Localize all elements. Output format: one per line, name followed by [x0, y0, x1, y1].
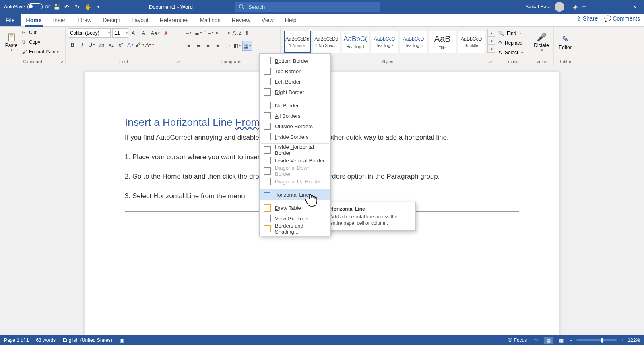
bold-icon[interactable]: B: [68, 40, 77, 49]
style-heading-3[interactable]: AaBbCcDHeading 3: [400, 31, 427, 53]
maximize-button[interactable]: ☐: [607, 0, 625, 14]
sort-icon[interactable]: A↓Z: [233, 28, 242, 37]
text-effects-icon[interactable]: A▾: [126, 40, 135, 49]
align-right-icon[interactable]: ≡: [204, 41, 213, 50]
font-size-combo[interactable]: 11▾: [112, 28, 128, 38]
borders-item-all-borders[interactable]: All Borders: [260, 111, 330, 121]
strikethrough-icon[interactable]: ab: [97, 40, 106, 49]
borders-item-inside-horizontal-border[interactable]: Inside Horizontal Border: [260, 145, 330, 155]
tab-layout[interactable]: Layout: [126, 14, 154, 26]
justify-icon[interactable]: ≡: [213, 41, 222, 50]
avatar[interactable]: [555, 2, 564, 12]
clipboard-launcher-icon[interactable]: ⤢: [60, 60, 64, 64]
comments-button[interactable]: 💬Comments: [604, 15, 640, 22]
borders-item-borders-and-shading-[interactable]: Borders and Shading...: [260, 224, 330, 234]
autosave-switch[interactable]: [27, 3, 43, 10]
search-box[interactable]: [235, 2, 380, 12]
qat-customize-icon[interactable]: ▾: [94, 2, 103, 11]
focus-mode[interactable]: ⦿Focus: [508, 337, 527, 343]
italic-icon[interactable]: I: [78, 40, 87, 49]
multilevel-icon[interactable]: ⋮≡▾: [204, 28, 213, 37]
font-name-combo[interactable]: Calibri (Body)▾: [68, 28, 111, 38]
search-input[interactable]: [248, 4, 354, 10]
redo-icon[interactable]: ↻: [73, 2, 82, 11]
increase-indent-icon[interactable]: ⇥: [223, 28, 232, 37]
tab-references[interactable]: References: [154, 14, 194, 26]
clear-formatting-icon[interactable]: A̷: [161, 29, 170, 37]
tab-view[interactable]: View: [256, 14, 279, 26]
borders-item-draw-table[interactable]: Draw Table: [260, 203, 330, 213]
tab-draw[interactable]: Draw: [72, 14, 97, 26]
print-layout-icon[interactable]: ▤: [544, 337, 553, 344]
style--normal[interactable]: AaBbCcDd¶ Normal: [284, 31, 311, 53]
zoom-slider[interactable]: [576, 339, 617, 341]
bullets-icon[interactable]: ≡▾: [184, 28, 193, 37]
tab-design[interactable]: Design: [97, 14, 126, 26]
borders-item-bottom-border[interactable]: Bottom Border: [260, 55, 330, 66]
close-button[interactable]: ✕: [625, 0, 644, 14]
format-painter-button[interactable]: 🖌Format Painter: [22, 47, 61, 56]
style-heading-1[interactable]: AaBbC(Heading 1: [342, 31, 369, 53]
align-center-icon[interactable]: ≡: [194, 41, 203, 50]
user-name[interactable]: Saikat Basu: [526, 4, 551, 10]
select-button[interactable]: ↖Select▾: [497, 48, 525, 57]
paste-button[interactable]: 📋 Paste ▾: [2, 28, 20, 56]
zoom-in-icon[interactable]: +: [621, 337, 623, 343]
dictate-button[interactable]: 🎤Dictate▾: [533, 28, 550, 56]
status-page[interactable]: Page 1 of 1: [4, 337, 29, 343]
cut-button[interactable]: ✂Cut: [22, 28, 61, 37]
borders-item-no-border[interactable]: No Border: [260, 100, 330, 111]
highlight-icon[interactable]: 🖍▾: [136, 40, 144, 49]
tab-help[interactable]: Help: [279, 14, 302, 26]
premium-icon[interactable]: ◈: [571, 2, 580, 11]
borders-item-outside-borders[interactable]: Outside Borders: [260, 121, 330, 131]
style-title[interactable]: AaBTitle: [429, 31, 456, 53]
tab-home[interactable]: Home: [21, 14, 47, 26]
styles-launcher-icon[interactable]: ⤢: [489, 60, 492, 64]
status-words[interactable]: 63 words: [36, 337, 56, 343]
style-subtitle[interactable]: AaBbCcDSubtitle: [458, 31, 485, 53]
tab-review[interactable]: Review: [226, 14, 256, 26]
subscript-icon[interactable]: x₂: [107, 40, 116, 49]
grow-font-icon[interactable]: A↑: [130, 29, 139, 37]
web-layout-icon[interactable]: ▦: [557, 337, 566, 344]
style-heading-2[interactable]: AaBbCcCHeading 2: [371, 31, 398, 53]
find-button[interactable]: 🔍Find▾: [497, 29, 525, 38]
tab-file[interactable]: File: [0, 14, 21, 26]
zoom-out-icon[interactable]: −: [570, 337, 572, 343]
collapse-ribbon-icon[interactable]: ˆ: [639, 58, 641, 64]
decrease-indent-icon[interactable]: ⇤: [213, 28, 222, 37]
tab-insert[interactable]: Insert: [47, 14, 72, 26]
borders-item-right-border[interactable]: Right Border: [260, 87, 330, 97]
save-icon[interactable]: 💾: [52, 2, 61, 11]
copy-button[interactable]: ⧉Copy: [22, 38, 61, 47]
underline-icon[interactable]: U▾: [87, 40, 96, 49]
borders-item-view-gridlines[interactable]: View Gridlines: [260, 213, 330, 224]
borders-button[interactable]: ▦▾: [242, 41, 252, 51]
show-marks-icon[interactable]: ¶: [242, 28, 251, 37]
align-left-icon[interactable]: ≡: [184, 41, 193, 50]
minimize-button[interactable]: —: [588, 0, 607, 14]
autosave-toggle[interactable]: AutoSave Off: [4, 3, 50, 10]
zoom-level[interactable]: 122%: [627, 337, 640, 343]
change-case-icon[interactable]: Aa▾: [151, 29, 160, 37]
style--no-spac-[interactable]: AaBbCcDd¶ No Spac...: [313, 31, 340, 53]
touch-mode-icon[interactable]: ✋: [83, 2, 92, 11]
macro-icon[interactable]: ▣: [120, 337, 124, 343]
ribbon-display-icon[interactable]: ▭: [580, 2, 588, 11]
borders-item-inside-vertical-border[interactable]: Inside Vertical Border: [260, 155, 330, 166]
font-color-icon[interactable]: A▾: [145, 40, 154, 49]
superscript-icon[interactable]: x²: [116, 40, 125, 49]
replace-button[interactable]: ↷Replace: [497, 39, 525, 47]
undo-icon[interactable]: ↶: [62, 2, 71, 11]
borders-item-inside-borders[interactable]: Inside Borders: [260, 131, 330, 142]
shading-icon[interactable]: ◧▾: [233, 41, 242, 50]
line-spacing-icon[interactable]: ‡▾: [223, 41, 232, 50]
shrink-font-icon[interactable]: A↓: [140, 29, 149, 37]
editor-button[interactable]: ✎Editor: [556, 28, 574, 56]
read-mode-icon[interactable]: ▭: [531, 337, 540, 344]
share-button[interactable]: ⇪Share: [576, 15, 598, 22]
borders-item-top-border[interactable]: Top Border: [260, 66, 330, 76]
borders-item-left-border[interactable]: Left Border: [260, 76, 330, 87]
tab-mailings[interactable]: Mailings: [194, 14, 226, 26]
